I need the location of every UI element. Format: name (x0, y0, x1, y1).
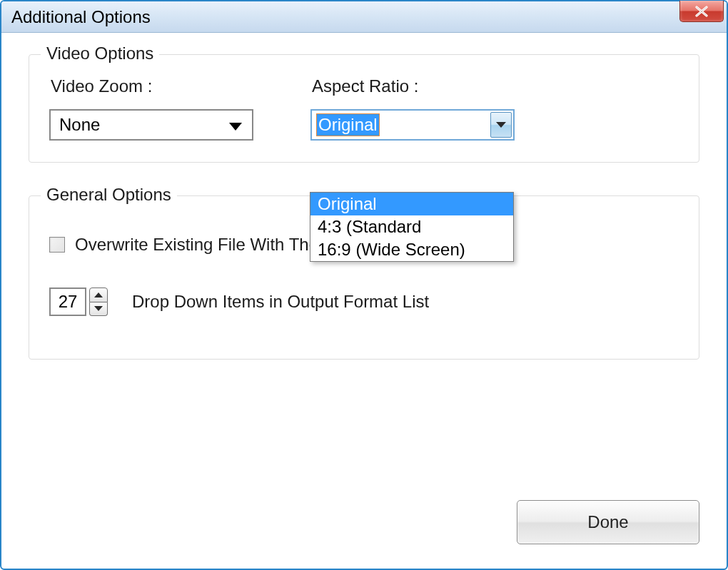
chevron-down-icon (94, 306, 103, 311)
video-options-legend: Video Options (41, 44, 159, 63)
chevron-down-icon (496, 122, 506, 128)
aspect-option-4-3[interactable]: 4:3 (Standard (310, 215, 513, 238)
dropdown-count-label: Drop Down Items in Output Format List (132, 292, 429, 312)
aspect-ratio-combo[interactable]: Original (310, 109, 515, 141)
video-options-group: Video Options Video Zoom : None Aspect R… (29, 54, 699, 163)
done-button[interactable]: Done (517, 500, 699, 544)
close-icon (692, 6, 712, 17)
titlebar: Additional Options (1, 1, 727, 33)
close-button[interactable] (679, 1, 724, 22)
dropdown-count-spinbox: 27 (49, 287, 108, 316)
aspect-ratio-dropdown: Original 4:3 (Standard 16:9 (Wide Screen… (310, 192, 514, 262)
client-area: Video Options Video Zoom : None Aspect R… (1, 33, 727, 569)
aspect-option-original[interactable]: Original (310, 193, 513, 215)
video-zoom-field: Video Zoom : None (49, 76, 253, 141)
video-zoom-value: None (59, 115, 100, 135)
aspect-ratio-value: Original (316, 113, 380, 136)
dialog-window: Additional Options Video Options Video Z… (0, 0, 728, 570)
video-options-row: Video Zoom : None Aspect Ratio : Origina… (49, 76, 679, 141)
aspect-ratio-field: Aspect Ratio : Original (310, 76, 515, 141)
aspect-ratio-label: Aspect Ratio : (310, 76, 515, 96)
spinner-down-button[interactable] (89, 302, 108, 317)
video-zoom-label: Video Zoom : (49, 76, 253, 96)
chevron-up-icon (94, 292, 103, 297)
chevron-down-icon (229, 123, 242, 131)
dropdown-count-spinner (89, 287, 108, 316)
window-title: Additional Options (11, 7, 151, 27)
dropdown-count-row: 27 Drop Down Items in Output Format List (49, 287, 679, 316)
video-zoom-combo[interactable]: None (49, 109, 253, 141)
general-options-legend: General Options (41, 185, 177, 205)
aspect-ratio-inner: Original (312, 111, 489, 139)
done-button-label: Done (587, 512, 628, 532)
overwrite-checkbox[interactable] (49, 237, 65, 253)
aspect-ratio-drop-button[interactable] (490, 112, 512, 138)
dropdown-count-input[interactable]: 27 (49, 287, 86, 316)
aspect-option-16-9[interactable]: 16:9 (Wide Screen) (310, 238, 513, 261)
spinner-up-button[interactable] (89, 287, 108, 302)
